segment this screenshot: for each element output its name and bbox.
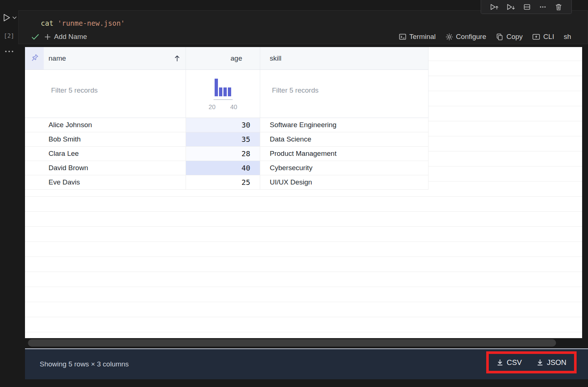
plus-icon xyxy=(44,34,51,40)
ellipsis-icon xyxy=(5,51,13,52)
cell-toolbar xyxy=(481,0,572,14)
age-cell[interactable]: 35 xyxy=(186,132,260,147)
age-cell[interactable]: 40 xyxy=(186,161,260,175)
skill-cell[interactable]: Software Engineering xyxy=(260,118,429,132)
arrow-down-icon xyxy=(512,6,514,9)
name-cell[interactable]: Eve Davis xyxy=(44,175,186,190)
row-pin-spacer xyxy=(25,132,44,147)
execute-above-button[interactable] xyxy=(490,3,499,11)
empty-grid-row xyxy=(25,272,582,287)
age-histogram-filter[interactable]: 20 40 xyxy=(186,70,260,111)
name-cell[interactable]: Alice Johnson xyxy=(44,118,186,132)
cli-label: CLI xyxy=(543,33,554,41)
code-command: cat xyxy=(41,19,53,27)
horizontal-scrollbar-thumb[interactable] xyxy=(28,339,556,347)
play-icon xyxy=(508,4,512,10)
row-pin-spacer xyxy=(25,118,44,132)
skill-cell[interactable]: Data Science xyxy=(260,132,429,147)
histogram-bar xyxy=(228,87,231,96)
chevron-down-icon xyxy=(13,17,17,19)
configure-button[interactable]: Configure xyxy=(445,33,486,41)
table-row[interactable]: Clara Lee28Product Management xyxy=(25,147,429,161)
name-filter-input[interactable] xyxy=(50,86,179,95)
export-csv-label: CSV xyxy=(507,358,522,367)
column-header-name[interactable]: name xyxy=(44,47,186,70)
pin-icon xyxy=(29,53,39,63)
header-label-name: name xyxy=(49,54,66,62)
code-string: 'runme-new.json' xyxy=(58,19,125,27)
skill-cell[interactable]: Product Management xyxy=(260,147,429,161)
delete-cell-button[interactable] xyxy=(555,3,563,11)
code-cell[interactable]: cat 'runme-new.json' Add Name Terminal C… xyxy=(18,10,588,44)
filter-cell-age: 20 40 xyxy=(186,70,260,118)
name-cell[interactable]: Bob Smith xyxy=(44,132,186,147)
filter-cell-name xyxy=(44,70,186,118)
skill-filter-input[interactable] xyxy=(271,86,424,95)
arrow-up-icon xyxy=(496,6,498,9)
filter-cell-skill xyxy=(260,70,429,118)
play-icon xyxy=(4,14,10,21)
export-csv-button[interactable]: CSV xyxy=(496,358,522,367)
download-icon xyxy=(496,359,503,366)
row-column-summary: Showing 5 rows × 3 columns xyxy=(40,360,129,368)
table-row[interactable]: Bob Smith35Data Science xyxy=(25,132,429,147)
histogram-bar xyxy=(219,87,222,96)
cli-button[interactable]: CLI xyxy=(532,33,554,41)
histogram-bar xyxy=(223,87,227,96)
code-line[interactable]: cat 'runme-new.json' xyxy=(41,19,125,28)
sort-ascending-icon xyxy=(174,55,180,62)
table-output-panel: name age skill 20 40 xyxy=(25,47,582,338)
empty-grid-row xyxy=(25,227,582,242)
table-row[interactable]: Eve Davis25UI/UX Design xyxy=(25,175,429,190)
histogram-ticks: 20 40 xyxy=(209,104,237,111)
age-cell[interactable]: 25 xyxy=(186,175,260,190)
language-picker[interactable]: sh xyxy=(564,33,571,41)
gear-icon xyxy=(445,33,453,41)
column-header-age[interactable]: age xyxy=(186,47,260,70)
export-json-label: JSON xyxy=(547,358,566,367)
download-icon xyxy=(537,359,544,366)
terminal-button[interactable]: Terminal xyxy=(399,33,436,41)
copy-icon xyxy=(496,33,503,41)
export-json-button[interactable]: JSON xyxy=(537,358,566,367)
split-cell-button[interactable] xyxy=(523,3,531,11)
terminal-icon xyxy=(399,33,406,40)
age-cell[interactable]: 30 xyxy=(186,118,260,132)
run-cell-button[interactable] xyxy=(3,13,11,22)
age-cell[interactable]: 28 xyxy=(186,147,260,161)
histogram-tick-40: 40 xyxy=(230,104,237,111)
row-pin-spacer xyxy=(25,175,44,190)
table-row[interactable]: David Brown40Cybersecurity xyxy=(25,161,429,175)
header-label-skill: skill xyxy=(270,54,282,62)
copy-button[interactable]: Copy xyxy=(496,33,523,41)
header-label-age: age xyxy=(230,54,242,62)
run-options-chevron[interactable] xyxy=(12,16,17,19)
execution-count: [2] xyxy=(4,32,14,39)
cell-menu-button[interactable] xyxy=(4,50,14,53)
add-name-button[interactable]: Add Name xyxy=(44,33,87,41)
empty-grid-row xyxy=(25,242,582,257)
data-table: name age skill 20 40 xyxy=(25,47,429,190)
empty-grid-row xyxy=(25,212,582,227)
pin-column-header[interactable] xyxy=(25,47,44,70)
name-cell[interactable]: Clara Lee xyxy=(44,147,186,161)
empty-grid-row xyxy=(25,197,582,212)
execute-below-button[interactable] xyxy=(506,3,515,11)
add-name-label: Add Name xyxy=(54,33,87,41)
column-header-skill[interactable]: skill xyxy=(260,47,429,70)
annotation-highlight-box: CSV JSON xyxy=(486,351,577,373)
row-pin-spacer xyxy=(25,161,44,175)
table-header-row: name age skill xyxy=(25,47,429,70)
copy-label: Copy xyxy=(506,33,523,41)
age-histogram-bars xyxy=(215,79,231,96)
table-row[interactable]: Alice Johnson30Software Engineering xyxy=(25,118,429,132)
skill-cell[interactable]: UI/UX Design xyxy=(260,175,429,190)
cli-icon xyxy=(532,33,540,40)
cell-status-row: Add Name Terminal Configure Copy CLI sh xyxy=(31,31,571,42)
name-cell[interactable]: David Brown xyxy=(44,161,186,175)
skill-cell[interactable]: Cybersecurity xyxy=(260,161,429,175)
success-check-icon xyxy=(31,33,39,40)
trash-icon xyxy=(555,3,563,11)
more-actions-button[interactable] xyxy=(539,3,547,11)
histogram-bar xyxy=(215,79,218,96)
